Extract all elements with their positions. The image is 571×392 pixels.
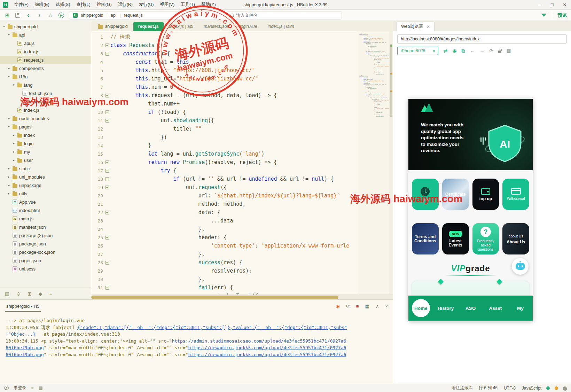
console-link[interactable]: 60f6bef9bb.png xyxy=(6,352,44,357)
console-link[interactable]: {"code":1,"data":[{"__ob__":{"dep":{"id"… xyxy=(77,325,347,330)
close-console-icon[interactable]: × xyxy=(385,304,388,309)
fold-icon[interactable]: − xyxy=(105,236,109,240)
tree-item[interactable]: ▾i18n xyxy=(0,72,91,81)
menubar-item[interactable]: 运行(R) xyxy=(115,2,136,8)
new-window-icon[interactable]: ⊞ xyxy=(4,12,10,18)
collapse-icon[interactable]: ∧ xyxy=(376,304,379,309)
record-icon[interactable]: ◉ xyxy=(336,304,339,309)
status-green-icon[interactable] xyxy=(546,386,550,390)
app-tile[interactable]: ?Frequently asked questions xyxy=(472,223,499,254)
tree-item[interactable]: JSindex.js xyxy=(0,106,91,114)
fold-icon[interactable]: − xyxy=(105,44,109,47)
grid-icon[interactable]: ▦ xyxy=(39,385,43,391)
save-icon[interactable] xyxy=(15,13,20,18)
run-icon[interactable]: ▶ xyxy=(58,13,64,18)
tree-item[interactable]: ▸static xyxy=(0,164,91,173)
app-tile[interactable]: Terms and Conditions xyxy=(412,223,439,254)
nav-item-home[interactable]: Home xyxy=(408,296,433,321)
fold-icon[interactable]: − xyxy=(105,52,109,56)
menubar-item[interactable]: 视图(V) xyxy=(157,2,178,8)
editor-tab[interactable]: request.js xyxy=(133,22,164,31)
menubar-item[interactable]: 选择(S) xyxy=(53,2,73,8)
search-input[interactable] xyxy=(236,13,338,18)
notification-bell-icon[interactable] xyxy=(563,386,567,390)
status-item[interactable]: UTF-8 xyxy=(504,386,516,391)
tree-item[interactable]: ▾api xyxy=(0,31,91,39)
tree-item[interactable]: []manifest.json xyxy=(0,223,91,231)
menubar-item[interactable]: 帮助(Y) xyxy=(198,2,219,8)
status-orange-icon[interactable] xyxy=(555,386,558,390)
url-input[interactable] xyxy=(397,34,567,44)
console-panel-icon[interactable]: ⊙ xyxy=(16,291,21,297)
back-icon[interactable]: ← xyxy=(470,48,475,54)
code-area[interactable]: 1// 请求2−class Requests {3− constructor()… xyxy=(91,31,358,295)
preview-button[interactable]: 预览 xyxy=(552,12,567,19)
menubar-item[interactable]: 文件(F) xyxy=(11,2,32,8)
fold-icon[interactable]: − xyxy=(105,177,109,181)
menubar-item[interactable]: 查找(L) xyxy=(73,2,93,8)
status-item[interactable]: JavaScript xyxy=(522,386,541,391)
minimize-button[interactable]: – xyxy=(533,0,546,10)
app-tile[interactable]: NEWLatest Events xyxy=(442,223,469,254)
tree-item[interactable]: {}text-en.json xyxy=(0,97,91,106)
refresh-icon[interactable]: ⟳ xyxy=(489,48,493,54)
editor-tab[interactable]: login.vue xyxy=(235,22,262,31)
add-panel-icon[interactable]: ⊞ xyxy=(28,291,32,297)
status-item[interactable]: 语法提示库 xyxy=(452,385,472,391)
tree-item[interactable]: JSmain.js xyxy=(0,214,91,223)
tree-item[interactable]: ▾pages xyxy=(0,123,91,131)
fold-icon[interactable]: − xyxy=(105,211,109,214)
forward-icon[interactable]: → xyxy=(479,48,484,54)
fold-icon[interactable]: − xyxy=(105,160,109,164)
scrollbar-thumb[interactable] xyxy=(390,44,392,117)
bookmark-star-icon[interactable]: ☆ xyxy=(47,12,54,18)
tree-item[interactable]: VApp.vue xyxy=(0,198,91,206)
open-external-icon[interactable]: ⧉ xyxy=(461,48,465,54)
fold-icon[interactable]: − xyxy=(105,94,109,97)
horizontal-scrollbar[interactable] xyxy=(91,295,393,299)
tree-item[interactable]: ▸node_modules xyxy=(0,114,91,123)
tree-item[interactable]: {}text-ch.json xyxy=(0,89,91,97)
tree-item[interactable]: ▸uni_modules xyxy=(0,173,91,181)
app-tile[interactable]: about UsAbout Us xyxy=(502,223,529,254)
console-link[interactable]: https://admin.studiomosaicseo.com/upload… xyxy=(172,338,346,344)
nav-item-my[interactable]: My xyxy=(508,296,533,321)
close-button[interactable]: ✕ xyxy=(558,0,571,10)
login-status[interactable]: 未登录 xyxy=(14,385,26,391)
tree-item[interactable]: ▸unpackage xyxy=(0,181,91,189)
tree-item[interactable]: ▸login xyxy=(0,139,91,148)
menubar-item[interactable]: 编辑(E) xyxy=(32,2,53,8)
status-item[interactable]: 行:6 列:46 xyxy=(479,385,498,391)
breadcrumb-item[interactable]: api xyxy=(111,13,117,18)
debug-dot-icon[interactable]: ◉ xyxy=(452,48,456,54)
browser-tab[interactable]: Web浏览器 ✕ xyxy=(397,22,435,31)
breadcrumb-item[interactable]: request.js xyxy=(124,13,143,18)
console-link[interactable]: :"Objec...} xyxy=(6,331,36,337)
explorer-panel-icon[interactable]: ▤ xyxy=(5,291,9,297)
tree-item[interactable]: ▸user xyxy=(0,156,91,164)
console-link[interactable]: at pages/index/index.vue:313 xyxy=(44,331,120,337)
fold-icon[interactable]: − xyxy=(105,186,109,189)
tree-item[interactable]: ▾lang xyxy=(0,81,91,89)
editor-tab[interactable]: index.js | i18n xyxy=(263,22,299,31)
fold-icon[interactable]: − xyxy=(105,261,109,265)
nav-item-history[interactable]: History xyxy=(433,296,458,321)
console-link[interactable]: https://newadmin.jqdkkk.com/upload/4e3fe… xyxy=(188,345,346,350)
tree-item[interactable]: ▸my xyxy=(0,148,91,156)
fold-icon[interactable]: − xyxy=(105,110,109,114)
app-tile[interactable]: top up xyxy=(472,179,499,210)
minimap[interactable]: // 请求class Requests { constructor() { co… xyxy=(358,31,389,295)
vertical-scrollbar[interactable] xyxy=(389,31,393,295)
tree-item[interactable]: Suni.scss xyxy=(0,265,91,273)
nav-item-asset[interactable]: Asset xyxy=(483,296,508,321)
tree-item[interactable]: JSindex.js xyxy=(0,47,91,56)
device-selector[interactable]: iPhone 6/7/8 ▾ xyxy=(397,47,438,55)
maximize-button[interactable]: □ xyxy=(546,0,558,10)
tree-item[interactable]: JSrequest.js xyxy=(0,56,91,64)
app-tile[interactable]: start xyxy=(412,179,439,210)
tree-item[interactable]: {}package (2).json xyxy=(0,231,91,240)
app-tile[interactable]: Certificate xyxy=(442,179,469,210)
console-tab[interactable]: shippergold - H5 xyxy=(5,301,41,312)
list-icon[interactable]: ≡ xyxy=(31,385,34,391)
marker-panel-icon[interactable]: ◆ xyxy=(39,291,42,297)
